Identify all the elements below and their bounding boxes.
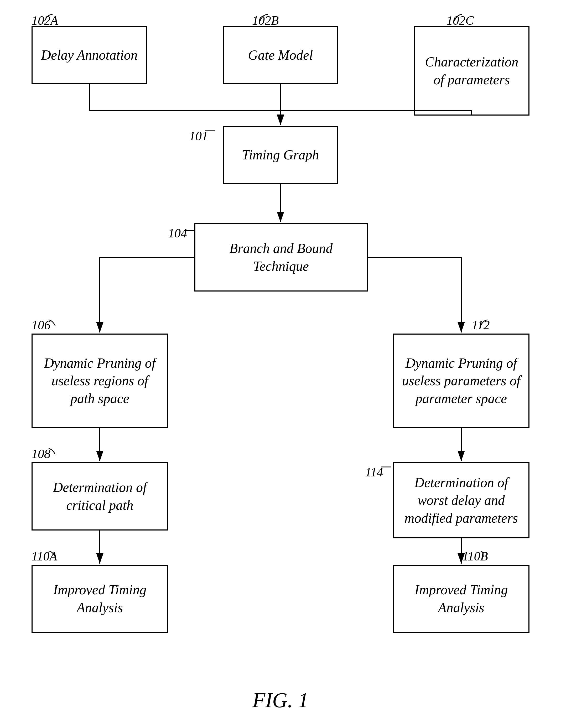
diagram: Delay Annotation 102A Gate Model 102B Ch… (0, 0, 561, 728)
ref-104: 104 (168, 226, 187, 240)
box-timing-graph: Timing Graph (223, 126, 338, 184)
dynamic-pruning-right-label: Dynamic Pruning of useless parameters of… (399, 354, 523, 408)
ref-114: 114 (365, 465, 383, 479)
ref-110b: 110B (462, 549, 488, 563)
ref-106: 106 (32, 318, 50, 332)
box-branch-bound: Branch and Bound Technique (194, 223, 368, 292)
box-improved-left: Improved Timing Analysis (32, 565, 168, 633)
characterization-label: Characterization of parameters (420, 53, 523, 89)
box-dynamic-pruning-left: Dynamic Pruning of useless regions of pa… (32, 334, 168, 428)
ref-102a: 102A (32, 13, 58, 28)
box-gate-model: Gate Model (223, 26, 338, 84)
ref-112: 112 (472, 318, 490, 332)
delay-annotation-label: Delay Annotation (41, 46, 137, 64)
worst-delay-label: Determination of worst delay and modifie… (399, 474, 523, 527)
figure-caption: FIG. 1 (0, 688, 561, 712)
critical-path-label: Determination of critical path (38, 479, 162, 514)
box-improved-right: Improved Timing Analysis (393, 565, 529, 633)
box-worst-delay: Determination of worst delay and modifie… (393, 462, 529, 538)
box-dynamic-pruning-right: Dynamic Pruning of useless parameters of… (393, 334, 529, 428)
ref-102c: 102C (446, 13, 474, 28)
ref-102b: 102B (252, 13, 279, 28)
timing-graph-label: Timing Graph (242, 146, 319, 164)
improved-right-label: Improved Timing Analysis (399, 581, 523, 616)
box-critical-path: Determination of critical path (32, 462, 168, 531)
box-characterization: Characterization of parameters (414, 26, 529, 116)
gate-model-label: Gate Model (248, 46, 313, 64)
dynamic-pruning-left-label: Dynamic Pruning of useless regions of pa… (38, 354, 162, 408)
improved-left-label: Improved Timing Analysis (38, 581, 162, 616)
box-delay-annotation: Delay Annotation (32, 26, 147, 84)
ref-110a: 110A (32, 549, 57, 563)
ref-108: 108 (32, 446, 50, 461)
branch-bound-label: Branch and Bound Technique (201, 240, 361, 275)
ref-101: 101 (189, 129, 208, 143)
